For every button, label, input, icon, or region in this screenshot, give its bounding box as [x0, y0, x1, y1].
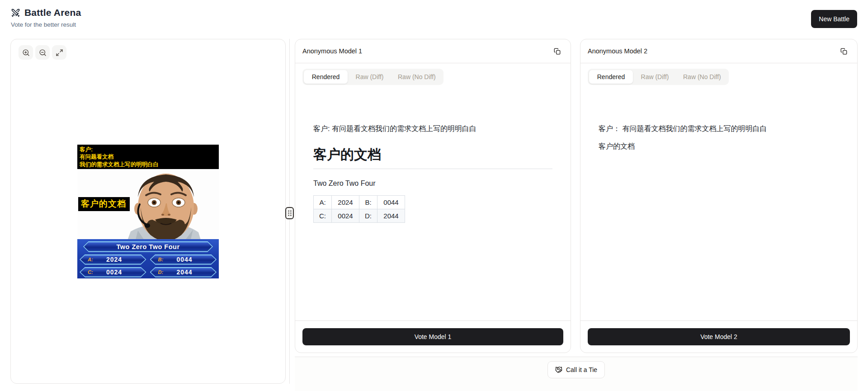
meme-quiz-panel: Two Zero Two Four A: 2024 B: 0044 — [77, 239, 219, 278]
swords-icon — [11, 8, 20, 18]
battle-region: Anonymous Model 1 Rendered Raw (Diff) Ra… — [295, 39, 858, 391]
vote-model-2-button[interactable]: Vote Model 2 — [588, 328, 850, 345]
quiz-option-label: C: — [88, 269, 93, 275]
model-1-header: Anonymous Model 1 — [295, 39, 571, 63]
quiz-option-label: D: — [158, 269, 164, 275]
model-2-title: Anonymous Model 2 — [588, 47, 647, 55]
meme-overlay-label: 客户的文档 — [78, 197, 130, 211]
vote-model-1-button[interactable]: Vote Model 1 — [302, 328, 563, 345]
content-paragraph: 客户: 有问题看文档我们的需求文档上写的明明白白 — [313, 123, 552, 134]
copy-button[interactable] — [837, 45, 850, 57]
zoom-in-icon — [22, 49, 30, 57]
quiz-option-b: B: 0044 — [150, 254, 217, 265]
meme-caption-line: 有问题看文档 — [80, 153, 217, 161]
quiz-options: A: 2024 B: 0044 C: 0024 — [80, 254, 217, 278]
zoom-out-button[interactable] — [35, 45, 50, 60]
source-image: 客户: 有问题看文档 我们的需求文档上写的明明白白 — [77, 145, 219, 278]
fullscreen-button[interactable] — [52, 45, 66, 60]
page-subtitle: Vote for the better result — [11, 21, 81, 28]
model-2-footer: Vote Model 2 — [580, 320, 857, 353]
panel-divider — [289, 39, 290, 384]
quiz-option-a: A: 2024 — [80, 254, 146, 265]
table-cell: 2044 — [377, 209, 405, 223]
quiz-option-value: 0044 — [163, 256, 206, 263]
table-cell: B: — [359, 196, 377, 209]
content-paragraph: 客户： 有问题看文档我们的需求文档上写的明明白白 — [599, 123, 839, 134]
tab-raw-no-diff[interactable]: Raw (No Diff) — [677, 70, 727, 84]
battle-arena-app: Battle Arena Vote for the better result … — [0, 0, 868, 391]
content-paragraph: Two Zero Two Four — [313, 178, 552, 188]
table-cell: C: — [314, 209, 332, 223]
quiz-option-d: D: 2044 — [150, 267, 217, 278]
content-heading: 客户的文档 — [313, 146, 552, 169]
model-2-tabs: Rendered Raw (Diff) Raw (No Diff) — [588, 69, 729, 85]
zoom-out-icon — [39, 49, 47, 57]
header-title-block: Battle Arena Vote for the better result — [11, 7, 81, 28]
quiz-question-lozenge: Two Zero Two Four — [83, 241, 213, 252]
content-paragraph: 客户的文档 — [599, 141, 839, 151]
maximize-icon — [56, 49, 63, 57]
tab-rendered[interactable]: Rendered — [589, 70, 633, 84]
quiz-option-value: 2024 — [93, 256, 136, 263]
handshake-icon — [555, 366, 562, 373]
image-viewer-panel: 客户: 有问题看文档 我们的需求文档上写的明明白白 — [10, 39, 286, 384]
copy-button[interactable] — [551, 45, 563, 57]
copy-icon — [840, 48, 847, 55]
table-row: A: 2024 B: 0044 — [314, 196, 405, 209]
content-table: A: 2024 B: 0044 C: 0024 D: 2044 — [313, 195, 405, 223]
zoom-in-button[interactable] — [19, 45, 33, 60]
new-battle-button[interactable]: New Battle — [811, 10, 857, 28]
quiz-option-c: C: 0024 — [80, 267, 146, 278]
resize-handle[interactable] — [285, 207, 294, 219]
table-cell: D: — [359, 209, 377, 223]
tie-bar: Call it a Tie — [295, 357, 858, 391]
page-header: Battle Arena Vote for the better result … — [0, 0, 868, 39]
page-title: Battle Arena — [24, 7, 81, 18]
model-1-rendered-content: 客户: 有问题看文档我们的需求文档上写的明明白白 客户的文档 Two Zero … — [295, 85, 571, 320]
meme-caption-line: 我们的需求文档上写的明明白白 — [80, 161, 217, 169]
call-tie-label: Call it a Tie — [566, 366, 597, 373]
model-1-tabs: Rendered Raw (Diff) Raw (No Diff) — [302, 69, 443, 85]
table-cell: 2024 — [332, 196, 359, 209]
quiz-option-value: 2044 — [163, 269, 206, 276]
quiz-option-label: A: — [88, 257, 93, 262]
quiz-option-label: B: — [158, 257, 164, 262]
table-cell: 0024 — [332, 209, 359, 223]
grip-vertical-icon — [287, 210, 292, 217]
tab-rendered[interactable]: Rendered — [304, 70, 348, 84]
tab-raw-diff[interactable]: Raw (Diff) — [633, 70, 677, 84]
table-row: C: 0024 D: 2044 — [314, 209, 405, 223]
model-1-panel: Anonymous Model 1 Rendered Raw (Diff) Ra… — [295, 39, 571, 353]
call-tie-button[interactable]: Call it a Tie — [547, 361, 605, 378]
quiz-option-value: 0024 — [93, 269, 136, 276]
copy-icon — [554, 48, 561, 55]
table-cell: A: — [314, 196, 332, 209]
table-cell: 0044 — [377, 196, 405, 209]
viewer-toolbar — [19, 45, 66, 60]
model-1-footer: Vote Model 1 — [295, 320, 571, 353]
model-2-header: Anonymous Model 2 — [580, 39, 857, 63]
model-2-rendered-content: 客户： 有问题看文档我们的需求文档上写的明明白白 客户的文档 — [580, 85, 857, 320]
meme-photo: 客户的文档 — [77, 169, 219, 239]
tab-raw-diff[interactable]: Raw (Diff) — [348, 70, 392, 84]
model-1-title: Anonymous Model 1 — [302, 47, 362, 55]
meme-caption-banner: 客户: 有问题看文档 我们的需求文档上写的明明白白 — [77, 145, 219, 169]
tab-raw-no-diff[interactable]: Raw (No Diff) — [392, 70, 442, 84]
model-2-panel: Anonymous Model 2 Rendered Raw (Diff) Ra… — [580, 39, 858, 353]
meme-caption-line: 客户: — [80, 146, 217, 154]
quiz-question: Two Zero Two Four — [116, 243, 179, 250]
